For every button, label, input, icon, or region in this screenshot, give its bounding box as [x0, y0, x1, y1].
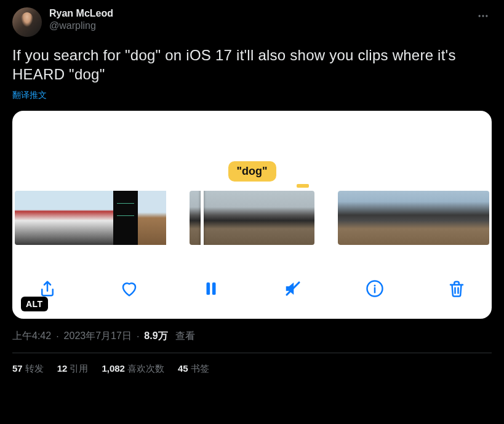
- like-button[interactable]: [120, 279, 138, 298]
- quotes-count: 12: [57, 363, 68, 374]
- pause-icon: [202, 279, 220, 298]
- clip-frame: [390, 191, 415, 245]
- clip-frame: [89, 191, 113, 245]
- clip-frame: [441, 191, 467, 245]
- svg-rect-3: [207, 282, 210, 295]
- views-label: 查看: [175, 330, 195, 343]
- mute-button[interactable]: [284, 279, 302, 298]
- more-button[interactable]: [474, 7, 492, 25]
- search-tag: "dog": [228, 161, 276, 182]
- alt-badge[interactable]: ALT: [21, 297, 48, 311]
- bookmarks-stat[interactable]: 45书签: [178, 363, 209, 375]
- clip-group-1: [15, 191, 166, 245]
- retweets-stat[interactable]: 57转发: [12, 363, 44, 375]
- clip-frame: [138, 191, 166, 245]
- pause-button[interactable]: [202, 279, 220, 298]
- author-display-name: Ryan McLeod: [49, 7, 113, 20]
- views-count: 8.9万: [144, 330, 167, 343]
- media-toolbar: [12, 272, 492, 305]
- clip-frame: [15, 191, 39, 245]
- clip-frame: [64, 191, 89, 245]
- retweets-count: 57: [12, 363, 23, 374]
- likes-stat[interactable]: 1,082喜欢次数: [102, 363, 164, 375]
- info-icon: [366, 279, 384, 298]
- clip-frame: [39, 191, 64, 245]
- heart-icon: [120, 279, 138, 298]
- clip-frame: [467, 191, 489, 245]
- more-icon: [477, 10, 489, 22]
- svg-point-6: [374, 285, 376, 287]
- delete-button[interactable]: [447, 279, 466, 298]
- bookmarks-count: 45: [178, 363, 188, 374]
- bookmarks-label: 书签: [191, 363, 209, 374]
- retweets-label: 转发: [25, 363, 44, 374]
- tweet-meta: 上午4:42 2023年7月17日 8.9万 查看: [12, 330, 492, 343]
- quotes-label: 引用: [70, 363, 88, 374]
- clip-frame: [364, 191, 390, 245]
- playhead[interactable]: [201, 191, 204, 245]
- media-card[interactable]: "dog": [12, 111, 492, 319]
- likes-count: 1,082: [102, 363, 125, 374]
- tweet-time[interactable]: 上午4:42: [12, 330, 51, 343]
- author-block[interactable]: Ryan McLeod @warpling: [49, 7, 113, 32]
- clip-frame: [113, 191, 138, 245]
- tweet-text: If you search for "dog" on iOS 17 it'll …: [12, 46, 492, 84]
- svg-point-1: [482, 15, 484, 17]
- clip-group-3: [338, 191, 489, 245]
- clip-group-2: [190, 191, 314, 245]
- svg-point-0: [479, 15, 481, 17]
- clip-frame: [338, 191, 364, 245]
- tweet-container: Ryan McLeod @warpling If you search for …: [2, 0, 502, 375]
- author-handle: @warpling: [49, 20, 113, 32]
- svg-rect-4: [212, 282, 216, 295]
- meta-separator: [54, 331, 61, 342]
- video-timeline[interactable]: [12, 191, 492, 245]
- clip-frame: [286, 191, 314, 245]
- tweet-date[interactable]: 2023年7月17日: [64, 330, 132, 343]
- share-icon: [38, 279, 57, 298]
- clip-frame: [222, 191, 254, 245]
- tweet-header: Ryan McLeod @warpling: [12, 7, 492, 37]
- translate-link[interactable]: 翻译推文: [12, 90, 492, 101]
- trash-icon: [447, 279, 466, 298]
- clip-frame: [415, 191, 441, 245]
- clip-frame: [254, 191, 286, 245]
- likes-label: 喜欢次数: [127, 363, 164, 374]
- quotes-stat[interactable]: 12引用: [57, 363, 89, 375]
- svg-point-2: [486, 15, 487, 17]
- avatar[interactable]: [12, 7, 42, 37]
- engagement-stats: 57转发 12引用 1,082喜欢次数 45书签: [12, 353, 492, 375]
- info-button[interactable]: [366, 279, 384, 298]
- clip-frame: [190, 191, 222, 245]
- share-button[interactable]: [38, 279, 57, 298]
- meta-separator: [134, 331, 142, 342]
- tag-tick: [297, 184, 309, 188]
- mute-icon: [284, 279, 302, 298]
